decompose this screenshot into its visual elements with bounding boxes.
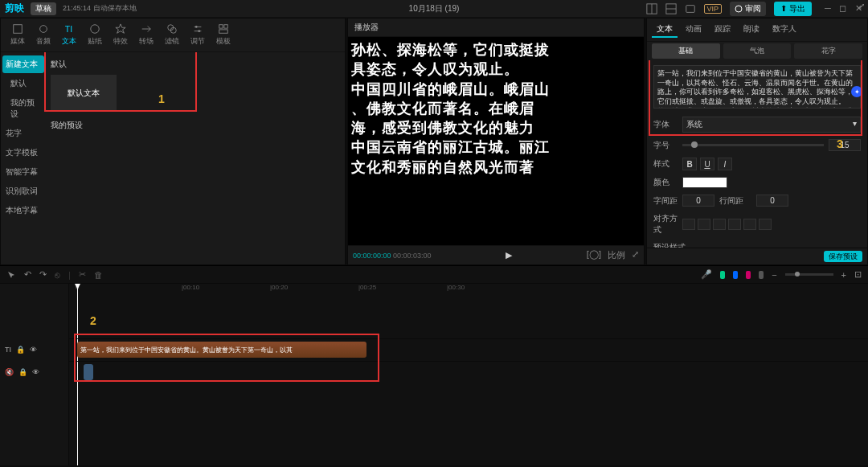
toggle-1[interactable] bbox=[720, 271, 725, 279]
svg-point-13 bbox=[198, 30, 200, 32]
track-lock-icon[interactable]: 🔒 bbox=[16, 346, 25, 354]
scale-icon[interactable]: [◯] bbox=[587, 249, 601, 261]
undo-button[interactable]: ↶ bbox=[24, 269, 31, 280]
prop-tab-text[interactable]: 文本 bbox=[652, 22, 678, 38]
style-label: 样式 bbox=[653, 158, 678, 170]
prop-tab-animation[interactable]: 动画 bbox=[681, 22, 706, 38]
sidebar-item-my-preset[interactable]: 我的预设 bbox=[2, 94, 44, 123]
sidebar-item-local-caption[interactable]: 本地字幕 bbox=[2, 202, 44, 219]
menu-button[interactable]: 草稿 bbox=[31, 2, 56, 15]
sidebar-item-text-template[interactable]: 文字模板 bbox=[2, 144, 44, 162]
track-eye2-icon[interactable]: 👁 bbox=[32, 368, 39, 376]
save-preset-button[interactable]: 保存预设 bbox=[824, 251, 862, 262]
prop-tab-tts[interactable]: 朗读 bbox=[739, 22, 764, 38]
delete-button[interactable]: 🗑 bbox=[94, 270, 103, 280]
main-track[interactable] bbox=[69, 361, 868, 383]
text-clip[interactable]: 第一站，我们来到位于中国安徽省的黄山。黄山被誉为天下第一奇山，以其 bbox=[77, 342, 366, 358]
preset-style-label: 预设样式 bbox=[653, 243, 686, 248]
row-default-title: 默认 bbox=[51, 59, 340, 70]
zoom-out-button[interactable]: − bbox=[772, 270, 776, 280]
color-label: 颜色 bbox=[653, 177, 678, 188]
shortcut-icon[interactable] bbox=[685, 3, 696, 14]
color-swatch[interactable] bbox=[682, 177, 727, 188]
highlight-2-label: 2 bbox=[90, 314, 96, 327]
track-eye-icon[interactable]: 👁 bbox=[30, 346, 37, 354]
track-headers: TI 🔒 👁 🔇 🔒 👁 bbox=[0, 284, 69, 465]
toggle-4[interactable] bbox=[759, 271, 764, 279]
svg-rect-15 bbox=[224, 25, 227, 28]
zoom-in-button[interactable]: + bbox=[841, 270, 846, 280]
cut-button[interactable]: ✂ bbox=[79, 269, 86, 280]
subtab-bubble[interactable]: 气泡 bbox=[723, 43, 792, 59]
font-select[interactable]: 系统▾ bbox=[682, 117, 861, 133]
filter-icon bbox=[166, 23, 178, 35]
sidebar-item-new-text[interactable]: 新建文本 bbox=[2, 55, 44, 73]
redo-button[interactable]: ↷ bbox=[39, 269, 47, 280]
zoom-slider[interactable] bbox=[785, 273, 833, 276]
toggle-2[interactable] bbox=[733, 271, 738, 279]
line-spacing-input[interactable] bbox=[756, 195, 788, 207]
vip-badge[interactable]: VIP bbox=[704, 4, 723, 14]
tab-text[interactable]: TI文本 bbox=[57, 22, 81, 48]
track-mute-icon[interactable]: 🔇 bbox=[5, 368, 14, 376]
ai-assist-icon[interactable]: ✦ bbox=[851, 86, 862, 97]
sidebar-item-default[interactable]: 默认 bbox=[2, 75, 44, 92]
tab-sticker[interactable]: 贴纸 bbox=[83, 22, 107, 48]
default-text-card[interactable]: 默认文本 bbox=[51, 75, 117, 112]
size-slider[interactable] bbox=[682, 144, 824, 146]
layout2-icon[interactable] bbox=[665, 3, 677, 14]
tab-filter[interactable]: 滤镜 bbox=[160, 22, 184, 48]
layout-icon[interactable] bbox=[646, 3, 657, 14]
subtab-flower[interactable]: 花字 bbox=[794, 43, 862, 59]
play-button[interactable]: ▶ bbox=[506, 250, 512, 260]
bold-button[interactable]: B bbox=[682, 158, 697, 170]
assets-panel: 媒体 音频 TI文本 贴纸 特效 转场 滤镜 调节 模板 新建文本 默认 我的预… bbox=[0, 18, 346, 265]
text-content-input[interactable] bbox=[653, 65, 861, 109]
maximize-button[interactable]: ◻ bbox=[838, 3, 848, 14]
track-lock2-icon[interactable]: 🔒 bbox=[18, 368, 27, 376]
timeline-tracks[interactable]: 0 |00:10 |00:20 |00:25 |00:30 第一站，我们来到位于… bbox=[69, 284, 868, 465]
tab-media[interactable]: 媒体 bbox=[6, 22, 30, 48]
split-button[interactable]: ⎋ bbox=[55, 270, 60, 280]
italic-button[interactable]: I bbox=[718, 158, 732, 170]
sidebar-item-art-text[interactable]: 花字 bbox=[2, 125, 44, 142]
align-center-button[interactable] bbox=[698, 219, 710, 230]
preview-viewport[interactable]: 孙松、探海松等，它们或挺拔 具姿态，令人叹为观止。 中国四川省的峨眉山。峨眉山 … bbox=[348, 37, 644, 245]
tab-template[interactable]: 模板 bbox=[211, 22, 235, 48]
sidebar-item-lyrics[interactable]: 识别歌词 bbox=[2, 182, 44, 200]
spacing-label: 字间距 bbox=[653, 195, 678, 207]
prop-tab-avatar[interactable]: 数字人 bbox=[768, 22, 801, 38]
subtab-basic[interactable]: 基础 bbox=[652, 43, 720, 59]
text-icon: TI bbox=[63, 23, 75, 35]
sidebar-item-auto-caption[interactable]: 智能字幕 bbox=[2, 163, 44, 181]
align-top-button[interactable] bbox=[728, 219, 741, 230]
preview-expand-icon[interactable]: ⤢ bbox=[858, 2, 865, 10]
align-left-button[interactable] bbox=[682, 219, 695, 230]
fullscreen-icon[interactable]: ⤢ bbox=[632, 249, 639, 261]
export-button[interactable]: ⬆ 导出 bbox=[774, 2, 812, 16]
tab-effect[interactable]: 特效 bbox=[108, 22, 133, 48]
align-bottom-button[interactable] bbox=[759, 219, 772, 230]
tab-audio[interactable]: 音频 bbox=[31, 22, 55, 48]
pointer-tool-icon[interactable] bbox=[6, 270, 16, 280]
main-clip[interactable] bbox=[84, 364, 93, 380]
align-vcenter-button[interactable] bbox=[743, 219, 756, 230]
timeline-panel: ↶ ↷ ⎋ | ✂ 🗑 🎤 − + ⊡ TI 🔒 👁 � bbox=[0, 265, 868, 465]
size-input[interactable] bbox=[829, 139, 861, 151]
align-right-button[interactable] bbox=[713, 219, 726, 230]
toggle-3[interactable] bbox=[746, 271, 751, 279]
underline-button[interactable]: U bbox=[700, 158, 714, 170]
timeline-ruler[interactable]: 0 |00:10 |00:20 |00:25 |00:30 bbox=[69, 284, 868, 298]
review-button[interactable]: 审阅 bbox=[730, 2, 766, 16]
preview-header: 播放器 bbox=[348, 18, 644, 37]
tab-adjust[interactable]: 调节 bbox=[186, 22, 210, 48]
zoom-fit-button[interactable]: ⊡ bbox=[854, 269, 862, 280]
time-current: 00:00:00:00 bbox=[353, 252, 391, 260]
prop-tab-tracking[interactable]: 跟踪 bbox=[710, 22, 735, 38]
mic-icon[interactable]: 🎤 bbox=[701, 269, 712, 280]
minimize-button[interactable]: ─ bbox=[823, 3, 833, 13]
ratio-button[interactable]: 比例 bbox=[608, 249, 625, 261]
letter-spacing-input[interactable] bbox=[682, 195, 714, 207]
text-track[interactable]: 第一站，我们来到位于中国安徽省的黄山。黄山被誉为天下第一奇山，以其 bbox=[69, 338, 868, 361]
tab-transition[interactable]: 转场 bbox=[134, 22, 158, 48]
